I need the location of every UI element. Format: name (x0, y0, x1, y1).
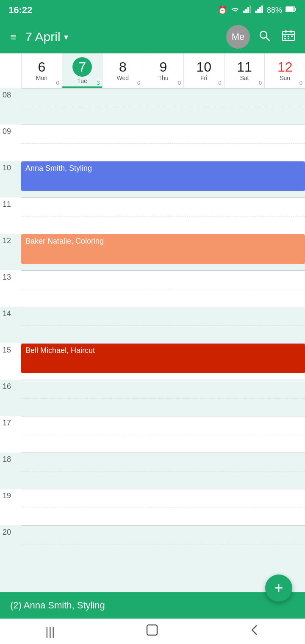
time-label: 08 (0, 88, 21, 125)
time-row-19: 19 (0, 489, 305, 525)
day-header-wed[interactable]: 8Wed0 (102, 53, 143, 88)
time-row-20: 20 (0, 525, 305, 562)
time-label: 12 (0, 234, 21, 270)
day-label: Sun (280, 75, 290, 81)
time-row-14: 14 (0, 307, 305, 343)
time-cells[interactable] (21, 525, 305, 562)
menu-button[interactable]: ≡ (7, 27, 20, 47)
time-label: 09 (0, 125, 21, 161)
day-label: Fri (200, 75, 207, 81)
day-header-sat[interactable]: 11Sat0 (224, 53, 265, 88)
svg-rect-2 (247, 7, 249, 13)
time-label: 18 (0, 452, 21, 489)
time-row-10: 10Anna Smith, Styling (0, 161, 305, 197)
day-label: Wed (117, 75, 129, 81)
svg-line-12 (266, 37, 269, 41)
time-cells[interactable] (21, 307, 305, 343)
time-row-08: 08 (0, 88, 305, 125)
svg-rect-1 (245, 9, 247, 13)
time-cells[interactable] (21, 88, 305, 125)
day-label: Tue (77, 78, 87, 84)
status-time: 16:22 (8, 5, 32, 16)
event-event-anna[interactable]: Anna Smith, Styling (21, 161, 305, 191)
svg-rect-7 (261, 6, 263, 13)
bottom-notification[interactable]: (2) Anna Smith, Styling (0, 592, 305, 619)
day-header-fri[interactable]: 10Fri0 (183, 53, 224, 88)
svg-rect-17 (284, 36, 286, 37)
time-cells[interactable] (21, 380, 305, 416)
header-date-title: 7 April (25, 30, 60, 44)
day-header-sun[interactable]: 12Sun0 (264, 53, 305, 88)
recent-apps-button[interactable]: ||| (33, 622, 67, 642)
header-title-area[interactable]: 7 April ▾ (25, 30, 221, 44)
svg-rect-3 (250, 6, 251, 13)
time-cells[interactable]: Anna Smith, Styling (21, 161, 305, 197)
signal-icon (243, 6, 252, 15)
svg-rect-4 (255, 11, 257, 13)
time-cells[interactable]: Baker Natalie, Coloring (21, 234, 305, 270)
battery-percent: 88% (267, 6, 282, 15)
status-bar: 16:22 ⏰ 88% (0, 0, 305, 20)
fab-button[interactable]: + (265, 575, 292, 602)
svg-rect-21 (288, 38, 289, 39)
time-label: 15 (0, 343, 21, 380)
home-button[interactable] (133, 620, 171, 643)
wifi-icon (230, 6, 240, 15)
day-event-count: 0 (178, 80, 181, 86)
time-row-13: 13 (0, 270, 305, 307)
day-label: Thu (158, 75, 168, 81)
day-number: 10 (196, 60, 211, 74)
event-event-baker[interactable]: Baker Natalie, Coloring (21, 234, 305, 264)
event-event-bell[interactable]: Bell Michael, Haircut (21, 344, 305, 373)
day-event-count: 0 (137, 80, 140, 86)
status-icons: ⏰ 88% (218, 6, 297, 15)
time-cells[interactable] (21, 489, 305, 525)
time-label: 11 (0, 197, 21, 234)
alarm-icon: ⏰ (218, 6, 227, 15)
time-label: 19 (0, 489, 21, 525)
day-label: Sat (240, 75, 249, 81)
time-cells[interactable]: Bell Michael, Haircut (21, 343, 305, 380)
time-cells[interactable] (21, 270, 305, 307)
time-cells[interactable] (21, 452, 305, 489)
back-button[interactable] (237, 621, 272, 642)
svg-rect-9 (286, 7, 294, 11)
svg-rect-18 (288, 36, 289, 37)
day-event-count: 0 (218, 80, 221, 86)
time-row-17: 17 (0, 416, 305, 452)
time-label: 20 (0, 525, 21, 562)
svg-rect-0 (243, 11, 245, 13)
day-header-mon[interactable]: 6Mon0 (21, 53, 62, 88)
time-label: 10 (0, 161, 21, 197)
day-header-strip: 6Mon07Tue38Wed09Thu010Fri011Sat012Sun0 (0, 53, 305, 88)
time-cells[interactable] (21, 197, 305, 234)
time-cells[interactable] (21, 125, 305, 161)
svg-rect-6 (259, 7, 261, 13)
calendar-view-button[interactable] (279, 26, 298, 48)
notification-text: (2) Anna Smith, Styling (10, 600, 105, 611)
time-row-18: 18 (0, 452, 305, 489)
day-label: Mon (36, 75, 47, 81)
svg-rect-5 (257, 9, 259, 13)
day-event-count: 0 (259, 80, 262, 86)
day-event-count: 0 (56, 80, 59, 86)
dropdown-arrow-icon: ▾ (64, 32, 68, 42)
svg-rect-20 (284, 38, 286, 39)
day-number: 6 (38, 60, 45, 74)
day-number: 7 (72, 57, 92, 77)
app-header: ≡ 7 April ▾ Me (0, 20, 305, 53)
time-cells[interactable] (21, 416, 305, 452)
time-row-11: 11 (0, 197, 305, 234)
svg-rect-10 (295, 8, 296, 11)
avatar[interactable]: Me (226, 25, 250, 49)
search-button[interactable] (255, 26, 274, 48)
day-number: 8 (119, 60, 127, 74)
battery-icon (286, 6, 297, 15)
day-header-thu[interactable]: 9Thu0 (143, 53, 183, 88)
time-row-16: 16 (0, 380, 305, 416)
system-nav: ||| (0, 619, 305, 644)
day-header-tue[interactable]: 7Tue3 (62, 53, 103, 88)
day-number: 9 (160, 60, 167, 74)
time-row-09: 09 (0, 125, 305, 161)
time-row-15: 15Bell Michael, Haircut (0, 343, 305, 380)
